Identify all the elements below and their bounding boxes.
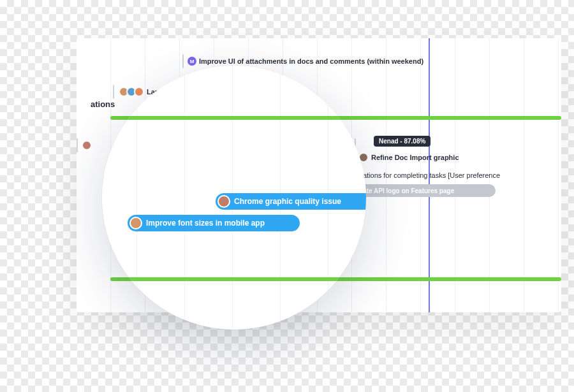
task-avatar-only[interactable] [80,138,96,152]
tooltip-text: Nenad - 87.08% [379,138,425,145]
group-label-text: ations [91,99,115,109]
task-chrome-graphic[interactable]: Chrome graphic quality issue [216,193,366,210]
magnifier-lens: Chrome graphic quality issue Improve fon… [102,66,366,330]
workload-tooltip: Nenad - 87.08% [374,136,430,147]
avatar-icon [82,140,92,150]
avatar-icon [134,87,144,97]
task-label: Refine Doc Import graphic [371,154,459,161]
avatar-icon [217,195,230,208]
task-label: Chrome graphic quality issue [234,197,341,206]
avatar-icon [129,217,142,229]
progress-bar-zoom [102,277,366,281]
task-refine-doc[interactable]: Refine Doc Import graphic [357,150,463,164]
task-label: Improve UI of attachments in docs and co… [199,57,423,65]
task-label: pdate API logo on Features page [355,187,454,194]
task-label: ebrations for completing tasks [User pre… [353,171,500,179]
task-celebrations[interactable]: ebrations for completing tasks [User pre… [351,168,504,182]
priority-badge-icon: M [188,57,196,66]
task-start-handle[interactable] [182,54,184,68]
group-label[interactable]: ations [89,97,119,111]
task-api-logo-inactive[interactable]: pdate API logo on Features page [349,184,496,197]
task-font-sizes[interactable]: Improve font sizes in mobile app [128,215,300,231]
task-start-handle[interactable] [77,138,78,152]
progress-bar-zoom [102,116,366,120]
task-label: Improve font sizes in mobile app [146,219,265,228]
